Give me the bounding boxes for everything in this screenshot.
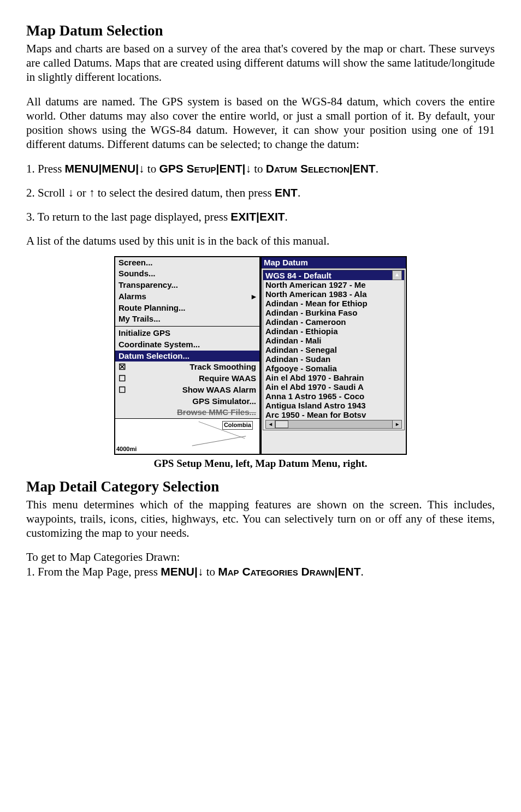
label: Initialize GPS <box>119 328 170 339</box>
horizontal-scrollbar[interactable]: ◂ ▸ <box>265 420 402 429</box>
key-ent: ENT <box>275 186 298 199</box>
paragraph: A list of the datums used by this unit i… <box>26 234 495 248</box>
checkbox-unchecked-icon: ☐ <box>119 385 126 395</box>
menu-item-route-planning[interactable]: Route Planning... <box>115 303 259 314</box>
label: Screen... <box>119 258 153 268</box>
menu-name: Datum Selection <box>266 162 350 175</box>
scrollbar-thumb[interactable] <box>275 420 288 428</box>
submenu-arrow-icon: ▸ <box>252 292 256 302</box>
text: to <box>251 162 266 175</box>
label: Require WAAS <box>199 374 256 384</box>
arrow-up-icon: ↑ <box>89 186 95 199</box>
label: GPS Simulator... <box>192 396 256 407</box>
menu-name: Map Categories Drawn <box>218 565 334 578</box>
menu-item-initialize-gps[interactable]: Initialize GPS <box>115 328 259 339</box>
period: . <box>376 162 378 175</box>
datum-option[interactable]: Adindan - Burkina Faso <box>263 308 404 317</box>
label: Datum Selection... <box>119 351 190 361</box>
datum-option[interactable]: Ain el Abd 1970 - Saudi A <box>263 382 404 392</box>
menu-item-screen[interactable]: Screen... <box>115 257 259 269</box>
text: 2. Scroll <box>26 186 68 199</box>
datum-option[interactable]: Arc 1950 - Mean for Botsv <box>263 410 404 419</box>
menu-name: GPS Setup <box>159 162 216 175</box>
arrow-down-icon: ↓ <box>68 186 74 199</box>
datum-option[interactable]: Adindan - Sudan <box>263 354 404 364</box>
arrow-down-icon: ↓ <box>245 162 251 175</box>
datum-option[interactable]: Adindan - Ethiopia <box>263 327 404 336</box>
scroll-right-button[interactable]: ▸ <box>392 420 402 429</box>
period: . <box>285 210 288 223</box>
menu-item-transparency[interactable]: Transparency... <box>115 280 259 291</box>
datum-option[interactable]: North American 1983 - Ala <box>263 289 404 299</box>
datum-option[interactable]: Adindan - Cameroon <box>263 317 404 327</box>
text: or <box>74 186 89 199</box>
step-1: 1. Press MENU|MENU|↓ to GPS Setup|ENT|↓ … <box>26 162 495 176</box>
label: My Trails... <box>119 314 161 324</box>
map-country-label: Colombia <box>222 421 253 430</box>
datum-option[interactable]: Adindan - Mali <box>263 336 404 345</box>
lead-line: To get to Map Categories Drawn: <box>26 550 495 564</box>
datum-option[interactable]: Adindan - Mean for Ethiop <box>263 299 404 308</box>
label: Sounds... <box>119 269 156 279</box>
step-3: 3. To return to the last page displayed,… <box>26 210 495 224</box>
scroll-up-button[interactable]: ▲ <box>392 270 402 280</box>
key-ent: ENT <box>353 162 376 175</box>
key-exit: EXIT <box>259 210 285 223</box>
datum-option[interactable]: Adindan - Senegal <box>263 345 404 354</box>
arrow-down-icon: ↓ <box>139 162 145 175</box>
menu-item-coordinate-system[interactable]: Coordinate System... <box>115 339 259 351</box>
label: Track Smoothing <box>190 362 256 372</box>
window-title: Map Datum <box>262 257 406 269</box>
datum-option[interactable]: Afgooye - Somalia <box>263 364 404 373</box>
map-scale-label: 4000mi <box>116 446 137 453</box>
key-menu: MENU <box>65 162 99 175</box>
scrollbar-track[interactable] <box>275 420 392 429</box>
menu-item-browse-mmc-files[interactable]: Browse MMC Files... <box>115 407 259 418</box>
key-menu: MENU <box>161 565 194 578</box>
menu-item-show-waas-alarm[interactable]: ☐Show WAAS Alarm <box>115 384 259 396</box>
text: 3. To return to the last page displayed,… <box>26 210 230 223</box>
text: 1. From the Map Page, press <box>26 565 161 578</box>
menu-item-my-trails[interactable]: My Trails... <box>115 313 259 325</box>
key-menu: MENU <box>102 162 135 175</box>
menu-item-track-smoothing[interactable]: ☒Track Smoothing <box>115 361 259 373</box>
label: Coordinate System... <box>119 340 200 350</box>
label: WGS 84 - Default <box>265 271 331 280</box>
section-heading-map-detail: Map Detail Category Selection <box>26 478 495 496</box>
key-ent: ENT <box>338 565 361 578</box>
datum-option[interactable]: North American 1927 - Me <box>263 280 404 289</box>
label: Route Planning... <box>119 303 186 313</box>
menu-item-require-waas[interactable]: ☐Require WAAS <box>115 373 259 384</box>
menu-divider <box>115 326 259 327</box>
menu-item-gps-simulator[interactable]: GPS Simulator... <box>115 396 259 407</box>
datum-option[interactable]: Anna 1 Astro 1965 - Coco <box>263 392 404 401</box>
step-1b: 1. From the Map Page, press MENU|↓ to Ma… <box>26 565 495 579</box>
label: Transparency... <box>119 280 178 291</box>
gps-setup-menu-screenshot: Screen... Sounds... Transparency... Alar… <box>114 256 260 455</box>
map-line <box>192 436 246 446</box>
mini-map-preview: Colombia 4000mi <box>115 418 259 454</box>
label: Browse MMC Files... <box>177 407 256 418</box>
map-datum-menu-screenshot: Map Datum WGS 84 - Default ▲ North Ameri… <box>260 256 407 455</box>
datum-option-wgs84[interactable]: WGS 84 - Default ▲ <box>263 270 404 280</box>
key-ent: ENT <box>220 162 242 175</box>
text: to select the desired datum, then press <box>94 186 275 199</box>
paragraph: Maps and charts are based on a survey of… <box>26 42 495 85</box>
text: to <box>203 565 218 578</box>
figure-caption: GPS Setup Menu, left, Map Datum Menu, ri… <box>26 457 495 470</box>
menu-item-alarms[interactable]: Alarms▸ <box>115 291 259 303</box>
menu-item-datum-selection[interactable]: Datum Selection... <box>115 351 259 362</box>
label: Alarms <box>119 292 146 302</box>
datum-option[interactable]: Ain el Abd 1970 - Bahrain <box>263 373 404 382</box>
label: Show WAAS Alarm <box>182 385 256 395</box>
datum-listbox[interactable]: WGS 84 - Default ▲ North American 1927 -… <box>263 270 405 430</box>
paragraph: All datums are named. The GPS system is … <box>26 94 495 152</box>
period: . <box>361 565 364 578</box>
screenshot-row: Screen... Sounds... Transparency... Alar… <box>26 256 495 455</box>
step-2: 2. Scroll ↓ or ↑ to select the desired d… <box>26 186 495 200</box>
datum-option[interactable]: Antigua Island Astro 1943 <box>263 401 404 410</box>
text: 1. Press <box>26 162 65 175</box>
section-heading-map-datum: Map Datum Selection <box>26 22 495 40</box>
scroll-left-button[interactable]: ◂ <box>265 420 275 429</box>
menu-item-sounds[interactable]: Sounds... <box>115 268 259 280</box>
